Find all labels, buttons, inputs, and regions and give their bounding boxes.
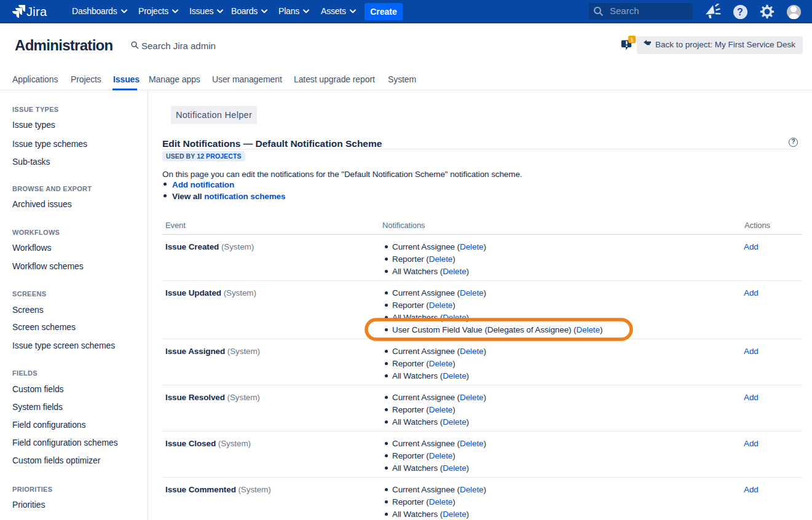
svg-text:1: 1 bbox=[631, 36, 634, 43]
